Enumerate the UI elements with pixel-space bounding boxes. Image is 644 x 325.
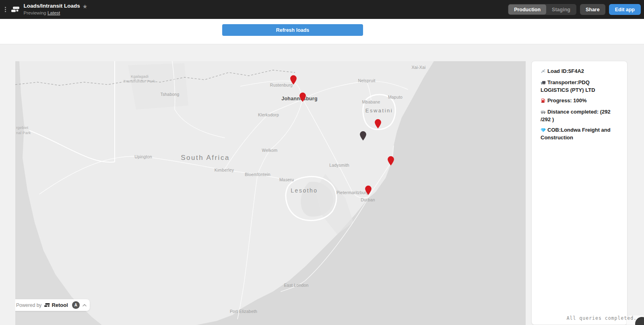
map-label: East London [284,283,308,288]
environment-toggle: Production Staging [508,4,576,15]
retool-mark-icon [44,302,50,309]
detail-text: Distance completed: (292 /292 ) [541,109,611,122]
truck-icon [541,80,546,87]
map-label: South Africa [181,154,230,162]
env-staging-tab[interactable]: Staging [546,4,576,14]
map-label: Lesotho [291,187,318,194]
query-status-message: All queries completed. [567,315,637,321]
basemap [15,61,526,325]
map-pin[interactable] [365,185,372,197]
env-production-tab[interactable]: Production [508,4,546,14]
map-label: Kimberley [215,168,234,172]
van-icon [541,109,546,116]
map-label: Transfrontier Park [123,79,155,83]
chevron-up-icon[interactable] [83,304,87,306]
detail-text: Load ID:5F4A2 [547,68,584,74]
map-label: rgebiet [16,125,28,130]
powered-by-label: Powered by [16,302,41,308]
map-label: Ladysmith [329,163,349,168]
map-label: Klerksdorp [258,112,279,117]
map-pin[interactable] [299,92,307,104]
detail-text: Progress: 100% [547,97,587,104]
kebab-menu-icon[interactable] [3,4,8,14]
preview-status: Previewing Latest [24,10,88,16]
fuel-pump-icon [541,98,546,105]
avatar[interactable]: A [72,301,80,309]
detail-item: Progress: 100% [541,97,619,105]
map-label: Mbabane [362,99,380,104]
detail-item: COB:Londwa Freight and Construction [541,126,619,141]
map-label: Pietermaritzburg [336,190,369,195]
map-pin[interactable] [374,119,382,130]
map-pin[interactable] [387,156,395,168]
app-header: Loads/Intransit Loads ★ Previewing Lates… [0,0,644,19]
map-label: Durban [361,197,375,202]
favorite-star-icon[interactable]: ★ [83,4,88,9]
detail-text: Transporter:PDQ LOGISTICS (PTY) LTD [541,79,595,93]
map-label: Eswatini [365,108,393,114]
map-pin[interactable] [359,131,367,143]
map-label: Xai-Xai [411,65,425,70]
retool-brand-label: Retool [52,302,68,308]
map-label: Maputo [388,95,402,99]
map-label: Tshabong [160,92,179,97]
powered-by-badge: Powered by Retool A [15,299,90,311]
load-details-panel: Load ID:5F4A2Transporter:PDQ LOGISTICS (… [531,61,627,325]
map-label: Kgalagadi [131,74,149,79]
map-pin[interactable] [290,75,297,87]
map-label: Port Elizabeth [230,309,257,314]
map-label: Bloemfontein [245,172,270,177]
toolbar-band: Refresh loads [0,19,644,44]
detail-item: Transporter:PDQ LOGISTICS (PTY) LTD [541,79,619,93]
map-label: nal Park [16,130,31,135]
share-button[interactable]: Share [580,4,605,15]
gem-icon [541,127,546,134]
satellite-icon [541,68,546,75]
map-label: Welkom [262,148,278,153]
latest-version-link[interactable]: Latest [47,10,60,15]
refresh-loads-button[interactable]: Refresh loads [222,24,363,36]
edit-app-button[interactable]: Edit app [609,4,641,15]
map-label: Upington [134,154,152,159]
detail-text: COB:Londwa Freight and Construction [541,127,611,141]
map-label: Nelspruit [358,78,375,83]
page-title: Loads/Intransit Loads [24,3,80,10]
retool-logo-icon[interactable] [11,6,20,12]
map-label: Maseru [279,177,294,182]
detail-item: Load ID:5F4A2 [541,68,619,75]
detail-item: Distance completed: (292 /292 ) [541,108,619,123]
map-canvas[interactable]: KgalagadiTransfrontier ParkTshabongrgebi… [15,61,526,325]
